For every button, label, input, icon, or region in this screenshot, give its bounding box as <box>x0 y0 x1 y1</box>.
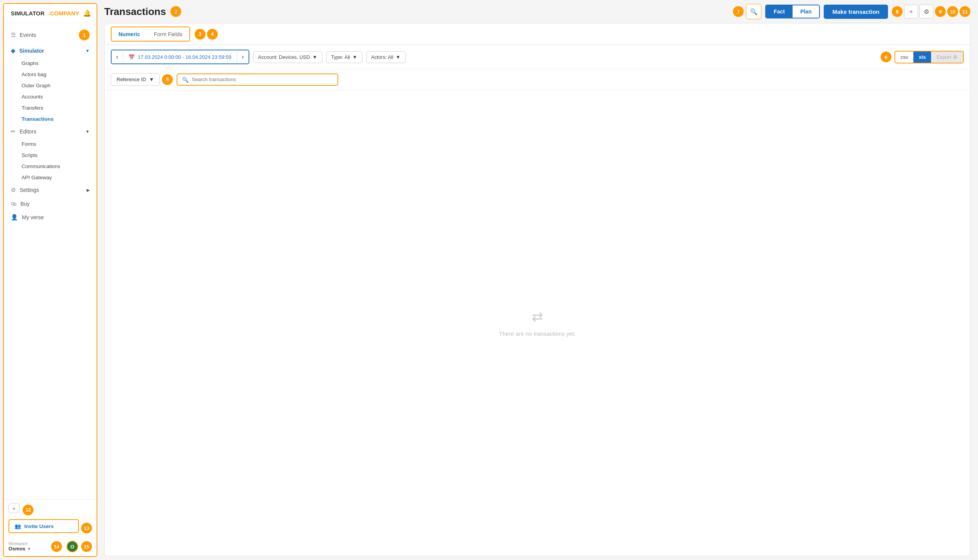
badge-10: 10 <box>947 6 958 17</box>
sidebar-item-forms-label: Forms <box>22 141 36 147</box>
csv-button[interactable]: csv <box>895 52 914 63</box>
export-group: csv xls Export ⚙ <box>895 51 964 63</box>
type-filter[interactable]: Type: All ▼ <box>326 51 362 63</box>
tab-numeric[interactable]: Numeric <box>112 27 147 41</box>
search-icon-button[interactable]: 🔍 <box>746 4 761 19</box>
badge-13: 13 <box>81 523 92 533</box>
date-display: 📅 17.03.2024 0:00:00 - 16.04.2024 23:59:… <box>123 51 237 63</box>
workspace-caret-icon: ▼ <box>27 547 31 551</box>
sidebar-item-editors-label: Editors <box>20 128 37 135</box>
sidebar-item-my-verse-label: My verse <box>22 214 44 220</box>
sidebar-item-scripts[interactable]: Scripts <box>18 150 97 161</box>
filter-row: ‹ 📅 17.03.2024 0:00:00 - 16.04.2024 23:5… <box>105 45 970 69</box>
sidebar-item-forms[interactable]: Forms <box>18 138 97 150</box>
type-dropdown-icon: ▼ <box>352 54 357 60</box>
header-right-controls: 7 🔍 Fact Plan Make transaction 8 ＋ ⚙ <box>733 4 970 19</box>
sidebar-item-editors[interactable]: ✏ Editors ▼ <box>4 125 97 138</box>
settings-icon: ⚙ <box>11 187 16 193</box>
tabs-area: Numeric Form Fields 3 4 <box>105 23 970 45</box>
sidebar-item-communications-label: Communications <box>22 163 60 169</box>
sidebar-item-communications[interactable]: Communications <box>18 161 97 172</box>
search-icon: 🔍 <box>750 8 758 15</box>
sidebar-item-outer-graph[interactable]: Outer Graph <box>18 80 97 91</box>
invite-users-icon: 👥 <box>15 523 21 529</box>
sidebar-item-buy-label: Buy <box>20 201 30 207</box>
type-filter-label: Type: All <box>331 54 350 60</box>
buy-icon: 🛍 <box>11 200 17 207</box>
sidebar-bottom: « 12 👥 Invite Users 13 Workspace Osmos ▼… <box>4 499 97 556</box>
empty-state: ⇄ There are no transactions yet. <box>105 90 970 556</box>
badge-11: 11 <box>960 6 970 17</box>
sidebar-item-my-verse[interactable]: 👤 My verse <box>4 210 97 224</box>
badge-3-tab: 3 <box>195 29 205 40</box>
badge-8: 8 <box>892 6 903 17</box>
sidebar-item-accounts[interactable]: Accounts <box>18 91 97 102</box>
badge-12: 12 <box>23 505 33 515</box>
badge-4-tab: 4 <box>207 29 218 40</box>
collapse-sidebar-button[interactable]: « <box>8 503 20 513</box>
actors-filter-label: Actors: All <box>371 54 394 60</box>
sidebar-item-api-gateway[interactable]: API Gateway <box>18 172 97 183</box>
sidebar-item-transfers[interactable]: Transfers <box>18 102 97 113</box>
date-next-button[interactable]: › <box>237 50 248 63</box>
date-navigator: ‹ 📅 17.03.2024 0:00:00 - 16.04.2024 23:5… <box>111 50 249 64</box>
workspace-name: Osmos <box>8 546 25 552</box>
date-prev-button[interactable]: ‹ <box>112 50 123 63</box>
sidebar-item-buy[interactable]: 🛍 Buy <box>4 197 97 210</box>
sidebar-editors-sub: Forms Scripts Communications API Gateway <box>4 138 97 183</box>
invite-users-label: Invite Users <box>24 523 54 529</box>
search-input[interactable] <box>192 77 333 82</box>
sidebar: SIMULATOR.COMPANY 🔔 ☰ Events 1 ◈ Simulat… <box>3 3 97 557</box>
invite-users-button[interactable]: 👥 Invite Users <box>8 519 79 533</box>
badge-2: 2 <box>170 6 181 17</box>
actors-filter[interactable]: Actors: All ▼ <box>366 51 406 63</box>
sidebar-item-transactions[interactable]: Transactions <box>18 113 97 125</box>
sidebar-item-simulator[interactable]: ◈ Simulator ▼ <box>4 44 97 58</box>
sidebar-item-simulator-label: Simulator <box>19 48 44 54</box>
bell-icon[interactable]: 🔔 <box>83 9 91 17</box>
sidebar-item-accounts-label: Accounts <box>22 94 43 100</box>
editors-caret-icon: ▼ <box>85 129 90 134</box>
sidebar-item-events-label: Events <box>20 32 36 38</box>
events-icon: ☰ <box>11 32 16 38</box>
sidebar-item-actors-bag[interactable]: Actors bag <box>18 69 97 80</box>
sidebar-item-scripts-label: Scripts <box>22 152 37 158</box>
sidebar-item-transfers-label: Transfers <box>22 105 43 111</box>
sidebar-sub-items: Graphs Actors bag Outer Graph Accounts T… <box>4 58 97 125</box>
sidebar-item-graphs[interactable]: Graphs <box>18 58 97 69</box>
export-button[interactable]: Export ⚙ <box>931 52 963 63</box>
sidebar-item-api-gateway-label: API Gateway <box>22 175 52 180</box>
badge-5: 5 <box>162 74 173 85</box>
account-filter-label: Account: Devices, USD <box>258 54 310 60</box>
page-header: Transactions 2 7 🔍 Fact Plan Make transa… <box>100 4 974 23</box>
logo-simulator: SIMULATOR <box>11 10 45 17</box>
export-label: Export <box>936 54 951 60</box>
user-avatar[interactable]: O <box>67 541 78 552</box>
account-dropdown-icon: ▼ <box>312 54 317 60</box>
fact-button[interactable]: Fact <box>766 5 793 18</box>
search-row: Reference ID ▼ 5 🔍 <box>105 69 970 90</box>
add-button[interactable]: ＋ <box>904 5 918 18</box>
tab-numeric-label: Numeric <box>118 31 140 37</box>
my-verse-icon: 👤 <box>11 214 18 221</box>
badge-6: 6 <box>881 52 891 62</box>
account-filter[interactable]: Account: Devices, USD ▼ <box>253 51 322 63</box>
plan-button[interactable]: Plan <box>793 5 819 18</box>
tab-form-fields-label: Form Fields <box>154 31 182 37</box>
reference-id-dropdown[interactable]: Reference ID ▼ <box>111 73 160 86</box>
sidebar-item-transactions-label: Transactions <box>22 116 53 122</box>
badge-14: 14 <box>51 541 62 552</box>
make-transaction-button[interactable]: Make transaction <box>824 5 888 19</box>
tab-form-fields[interactable]: Form Fields <box>147 27 189 41</box>
page-title-area: Transactions 2 <box>104 6 728 18</box>
sidebar-item-events[interactable]: ☰ Events 1 <box>4 26 97 44</box>
editors-icon: ✏ <box>11 128 16 135</box>
sidebar-nav: ☰ Events 1 ◈ Simulator ▼ Graphs Actors b… <box>4 23 97 499</box>
sidebar-item-graphs-label: Graphs <box>22 60 38 66</box>
export-gear-icon: ⚙ <box>953 54 958 60</box>
sidebar-item-settings[interactable]: ⚙ Settings ▶ <box>4 183 97 197</box>
tabs-outlined-group: Numeric Form Fields <box>111 27 190 42</box>
settings-gear-button[interactable]: ⚙ <box>920 5 933 18</box>
xls-button[interactable]: xls <box>913 52 931 63</box>
workspace-label: Workspace <box>8 542 48 546</box>
